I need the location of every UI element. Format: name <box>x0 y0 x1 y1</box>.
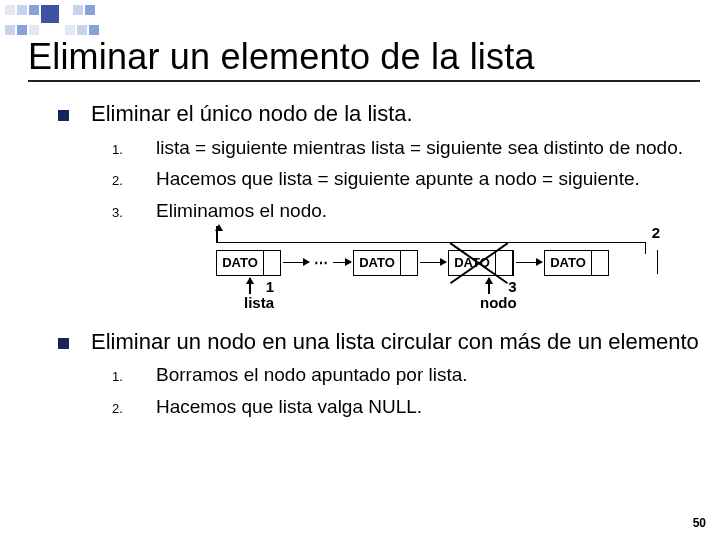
step-number: 1. <box>112 137 156 159</box>
ellipsis-icon: ⋯ <box>314 255 328 271</box>
step-text: Eliminamos el nodo. <box>156 198 700 224</box>
arrow-icon <box>283 262 309 264</box>
diagram-node: DATO <box>448 250 514 276</box>
node-data-label: DATO <box>354 251 401 275</box>
step-number: 2. <box>112 396 156 418</box>
slide-title: Eliminar un elemento de la lista <box>28 36 700 78</box>
bullet-icon <box>58 338 69 349</box>
corner-decoration <box>4 4 124 34</box>
step-text: Hacemos que lista valga NULL. <box>156 394 700 420</box>
diagram-label-2: 2 <box>652 224 660 241</box>
diagram-label-3: 3 <box>508 278 516 295</box>
step-text: lista = siguiente mientras lista = sigui… <box>156 135 700 161</box>
step-text: Hacemos que lista = siguiente apunte a n… <box>156 166 700 192</box>
arrow-icon <box>516 262 542 264</box>
step-number: 1. <box>112 364 156 386</box>
diagram-pointer-lista: 1 lista <box>244 278 274 311</box>
list-item: 1. Borramos el nodo apuntado por lista. <box>112 362 700 388</box>
bullet-icon <box>58 110 69 121</box>
section-a-heading: Eliminar el único nodo de la lista. <box>91 100 413 129</box>
node-data-label: DATO <box>545 251 592 275</box>
list-item: 3. Eliminamos el nodo. <box>112 198 700 224</box>
step-number: 3. <box>112 200 156 222</box>
diagram-node: DATO <box>353 250 418 276</box>
node-data-label: DATO <box>449 251 496 275</box>
list-item: 2. Hacemos que lista valga NULL. <box>112 394 700 420</box>
diagram-pointer-label: nodo <box>480 294 517 311</box>
diagram-node: DATO <box>216 250 281 276</box>
diagram-label-1: 1 <box>266 278 274 295</box>
section-b-heading: Eliminar un nodo en una lista circular c… <box>91 328 699 357</box>
list-item: 1. lista = siguiente mientras lista = si… <box>112 135 700 161</box>
diagram-pointer-nodo: 3 nodo <box>480 278 517 311</box>
title-rule <box>28 80 700 82</box>
step-number: 2. <box>112 168 156 190</box>
arrow-icon <box>333 262 351 264</box>
node-data-label: DATO <box>217 251 264 275</box>
diagram-node: DATO <box>544 250 609 276</box>
diagram-pointer-label: lista <box>244 294 274 311</box>
linked-list-diagram: 2 DATO ⋯ DATO DATO <box>216 232 656 316</box>
step-text: Borramos el nodo apuntado por lista. <box>156 362 700 388</box>
page-number: 50 <box>693 516 706 530</box>
arrow-icon <box>420 262 446 264</box>
list-item: 2. Hacemos que lista = siguiente apunte … <box>112 166 700 192</box>
